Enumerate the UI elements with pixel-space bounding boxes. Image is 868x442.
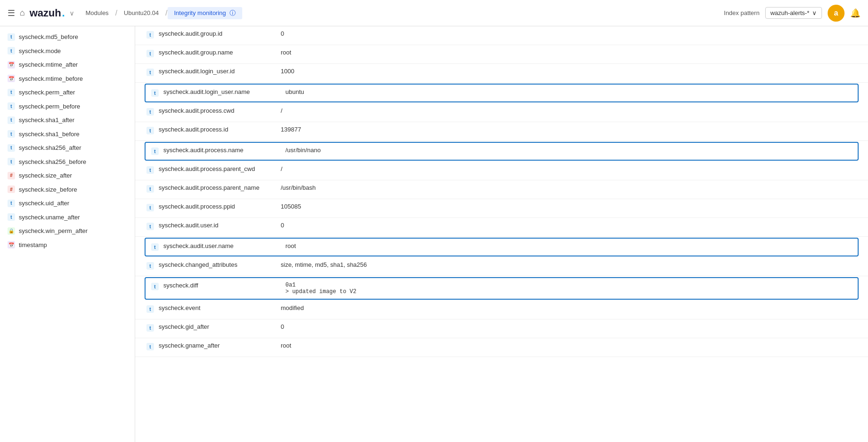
field-row-audit-user-name: t syscheck.audit.user.name root	[145, 238, 859, 256]
breadcrumb: Modules / Ubuntu20.04 / Integrity monito…	[79, 7, 242, 19]
index-pattern-value: wazuh-alerts-*	[770, 9, 809, 16]
text-field-icon: t	[8, 47, 15, 54]
text-field-icon: t	[8, 144, 15, 152]
field-name: syscheck.audit.process.parent_cwd	[159, 165, 281, 172]
header-left: ☰ ⌂ wazuh. ∨ Modules / Ubuntu20.04 / Int…	[8, 7, 718, 19]
sidebar-item-sha1-before[interactable]: t syscheck.sha1_before	[0, 127, 135, 141]
content: t syscheck.audit.group.id 0 t syscheck.a…	[135, 26, 868, 442]
sidebar-item-label: syscheck.sha256_after	[19, 143, 81, 153]
text-type-icon: t	[151, 243, 159, 251]
field-row-gid-after: t syscheck.gid_after 0	[135, 319, 868, 338]
field-value: /	[281, 107, 857, 114]
text-type-icon: t	[151, 283, 159, 290]
sidebar-item-label: syscheck.perm_after	[19, 88, 75, 97]
field-name: syscheck.audit.user.name	[163, 242, 285, 249]
date-field-icon: 📅	[8, 241, 15, 248]
text-type-icon: t	[146, 223, 154, 230]
home-icon[interactable]: ⌂	[20, 8, 25, 18]
field-value: size, mtime, md5, sha1, sha256	[281, 261, 857, 268]
sidebar-item-sha256-after[interactable]: t syscheck.sha256_after	[0, 141, 135, 155]
date-field-icon: 📅	[8, 61, 15, 69]
field-value: /usr/bin/nano	[285, 147, 852, 154]
text-field-icon: t	[8, 213, 15, 221]
sidebar-item-win-perm-after[interactable]: 🔒 syscheck.win_perm_after	[0, 224, 135, 238]
sidebar-item-mtime-before[interactable]: 📅 syscheck.mtime_before	[0, 72, 135, 86]
number-field-icon: #	[8, 186, 15, 193]
text-type-icon: t	[146, 31, 154, 39]
sidebar-item-mode[interactable]: t syscheck.mode	[0, 44, 135, 58]
avatar[interactable]: a	[828, 5, 845, 22]
field-name: syscheck.diff	[163, 282, 285, 289]
sidebar-item-sha1-after[interactable]: t syscheck.sha1_after	[0, 113, 135, 127]
chevron-icon[interactable]: ∨	[69, 9, 74, 17]
text-field-icon: t	[8, 158, 15, 165]
field-row-audit-process-parent-name: t syscheck.audit.process.parent_name /us…	[135, 180, 868, 199]
sidebar-item-timestamp[interactable]: 📅 timestamp	[0, 238, 135, 252]
sidebar-item-label: syscheck.perm_before	[19, 102, 80, 111]
sidebar-item-label: syscheck.mtime_after	[19, 60, 78, 70]
index-pattern-chevron: ∨	[812, 9, 817, 16]
field-name: syscheck.audit.process.parent_name	[159, 184, 281, 191]
breadcrumb-ubuntu[interactable]: Ubuntu20.04	[117, 8, 165, 18]
field-value: /	[281, 165, 857, 172]
field-name: syscheck.gname_after	[159, 342, 281, 349]
text-field-icon: t	[8, 130, 15, 138]
sidebar-item-size-after[interactable]: # syscheck.size_after	[0, 169, 135, 183]
text-type-icon: t	[146, 262, 154, 270]
sidebar-item-sha256-before[interactable]: t syscheck.sha256_before	[0, 155, 135, 169]
field-row-audit-process-name: t syscheck.audit.process.name /usr/bin/n…	[145, 142, 859, 161]
text-type-icon: t	[151, 89, 159, 97]
field-value: 105085	[281, 203, 857, 210]
field-value: modified	[281, 304, 857, 311]
field-row-gname-after: t syscheck.gname_after root	[135, 338, 868, 357]
sidebar-item-label: syscheck.md5_before	[19, 32, 78, 42]
field-value: 139877	[281, 126, 857, 133]
number-field-icon: #	[8, 172, 15, 179]
header: ☰ ⌂ wazuh. ∨ Modules / Ubuntu20.04 / Int…	[0, 0, 868, 26]
field-value: root	[285, 242, 852, 249]
sidebar-item-perm-before[interactable]: t syscheck.perm_before	[0, 100, 135, 114]
field-row-audit-process-id: t syscheck.audit.process.id 139877	[135, 122, 868, 141]
field-row-event: t syscheck.event modified	[135, 301, 868, 319]
field-value: 0a1 > updated image to V2	[285, 282, 852, 295]
field-row-changed-attributes: t syscheck.changed_attributes size, mtim…	[135, 257, 868, 276]
breadcrumb-modules[interactable]: Modules	[79, 8, 115, 18]
field-value: /usr/bin/bash	[281, 184, 857, 191]
sidebar-item-label: syscheck.uname_after	[19, 213, 80, 222]
menu-icon[interactable]: ☰	[8, 8, 15, 18]
text-type-icon: t	[146, 69, 154, 76]
field-value: 1000	[281, 68, 857, 75]
sidebar-item-mtime-after[interactable]: 📅 syscheck.mtime_after	[0, 58, 135, 72]
field-value: 0	[281, 222, 857, 229]
breadcrumb-integrity[interactable]: Integrity monitoring ⓘ	[168, 7, 242, 19]
wazuh-logo: wazuh.	[30, 7, 65, 19]
field-row-audit-process-ppid: t syscheck.audit.process.ppid 105085	[135, 199, 868, 218]
field-name: syscheck.audit.process.id	[159, 126, 281, 133]
field-name: syscheck.audit.group.name	[159, 49, 281, 56]
text-type-icon: t	[146, 127, 154, 134]
bell-icon[interactable]: 🔔	[850, 8, 860, 18]
sidebar-item-label: syscheck.mtime_before	[19, 74, 83, 84]
field-name: syscheck.event	[159, 304, 281, 311]
sidebar-item-uid-after[interactable]: t syscheck.uid_after	[0, 196, 135, 210]
sidebar-item-md5-before[interactable]: t syscheck.md5_before	[0, 30, 135, 44]
text-field-icon: t	[8, 200, 15, 207]
field-row-diff: t syscheck.diff 0a1 > updated image to V…	[145, 277, 859, 300]
field-name: syscheck.gid_after	[159, 323, 281, 330]
field-value: 0	[281, 323, 857, 330]
index-pattern-label: Index pattern	[724, 9, 760, 16]
field-value: root	[281, 49, 857, 56]
sidebar-item-uname-after[interactable]: t syscheck.uname_after	[0, 210, 135, 225]
text-type-icon: t	[146, 185, 154, 193]
index-pattern-select[interactable]: wazuh-alerts-* ∨	[765, 7, 822, 19]
sidebar-item-perm-after[interactable]: t syscheck.perm_after	[0, 85, 135, 100]
field-row-audit-login-user-id: t syscheck.audit.login_user.id 1000	[135, 64, 868, 83]
text-type-icon: t	[146, 343, 154, 350]
sidebar-item-label: syscheck.mode	[19, 47, 61, 56]
sidebar-item-label: syscheck.size_before	[19, 185, 77, 194]
main: t syscheck.md5_before t syscheck.mode 📅 …	[0, 26, 868, 442]
sidebar-item-label: syscheck.win_perm_after	[19, 226, 88, 236]
sidebar-item-size-before[interactable]: # syscheck.size_before	[0, 183, 135, 197]
field-name: syscheck.audit.login_user.id	[159, 68, 281, 75]
sidebar: t syscheck.md5_before t syscheck.mode 📅 …	[0, 26, 135, 442]
